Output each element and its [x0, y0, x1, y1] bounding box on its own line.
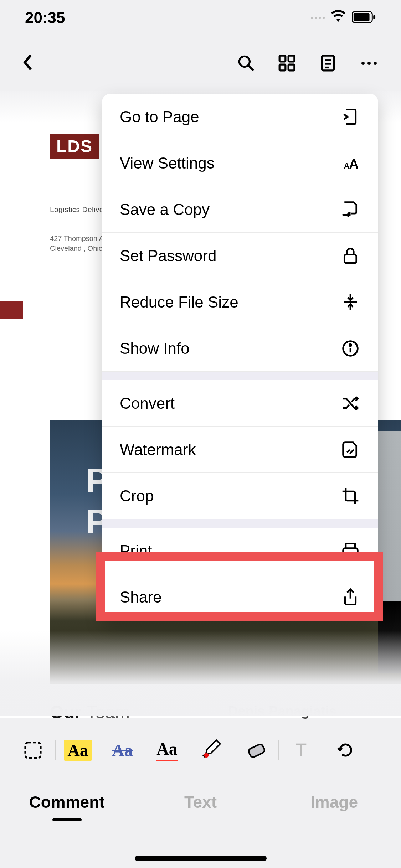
svg-line-23: [350, 450, 354, 454]
wifi-icon: [331, 10, 345, 26]
menu-crop[interactable]: Crop: [102, 473, 378, 519]
pen-tool[interactable]: [189, 734, 234, 766]
menu-separator: [102, 372, 378, 380]
dropdown-menu: Go to Page View Settings AA Save a Copy …: [102, 94, 378, 620]
svg-rect-1: [354, 13, 370, 21]
compress-icon: [340, 292, 360, 312]
strikethrough-tool[interactable]: Aa: [100, 734, 145, 766]
svg-point-20: [349, 344, 351, 346]
undo-button[interactable]: [323, 734, 368, 766]
bottom-tabs: Comment Text Image: [0, 777, 401, 827]
page-view-button[interactable]: [317, 52, 339, 74]
svg-line-4: [248, 65, 253, 71]
tab-image[interactable]: Image: [267, 792, 401, 812]
svg-rect-24: [343, 548, 358, 555]
underline-tool[interactable]: Aa: [145, 734, 189, 766]
search-button[interactable]: [235, 52, 257, 74]
svg-text:A: A: [344, 161, 349, 170]
info-icon: [340, 339, 360, 358]
svg-rect-15: [344, 254, 356, 263]
nav-bar: [0, 36, 401, 91]
doc-accent-bar: [0, 301, 23, 319]
eraser-tool[interactable]: [234, 734, 278, 766]
svg-rect-29: [248, 743, 266, 758]
menu-go-to-page[interactable]: Go to Page: [102, 94, 378, 140]
signal-dots-icon: [311, 17, 325, 19]
svg-text:A: A: [349, 156, 359, 171]
menu-separator: [102, 519, 378, 528]
svg-rect-6: [288, 56, 294, 62]
highlight-tool[interactable]: Aa: [56, 734, 100, 766]
menu-watermark[interactable]: Watermark: [102, 427, 378, 473]
more-button[interactable]: [358, 52, 380, 74]
battery-icon: [352, 11, 376, 25]
logo-badge: LDS: [50, 134, 99, 159]
share-icon: [340, 587, 360, 607]
menu-show-info[interactable]: Show Info: [102, 325, 378, 372]
our-team-heading: Our Team: [50, 702, 130, 723]
menu-share[interactable]: Share: [102, 574, 378, 620]
status-bar: 20:35: [0, 0, 401, 36]
thumbnails-button[interactable]: [276, 52, 298, 74]
text-tool[interactable]: [279, 734, 323, 766]
back-button[interactable]: [21, 53, 34, 73]
svg-rect-2: [373, 15, 375, 19]
status-time: 20:35: [25, 9, 65, 27]
text-size-icon: AA: [340, 153, 360, 173]
shuffle-icon: [340, 393, 360, 413]
svg-rect-27: [25, 742, 41, 758]
status-icons: [311, 10, 376, 26]
menu-print[interactable]: Print: [102, 528, 378, 574]
save-export-icon: [340, 200, 360, 219]
tab-text[interactable]: Text: [134, 792, 267, 812]
svg-line-22: [347, 450, 350, 452]
team-member-name: Denis Panagiatis: [228, 704, 336, 719]
crop-icon: [340, 486, 360, 506]
lock-icon: [340, 246, 360, 266]
menu-reduce-size[interactable]: Reduce File Size: [102, 279, 378, 325]
svg-rect-7: [279, 64, 286, 71]
tab-comment[interactable]: Comment: [0, 792, 134, 812]
svg-point-3: [239, 56, 250, 67]
svg-rect-5: [279, 56, 286, 62]
watermark-icon: [340, 440, 360, 460]
svg-point-28: [204, 753, 209, 758]
menu-view-settings[interactable]: View Settings AA: [102, 140, 378, 186]
annotation-toolbar: Aa Aa Aa: [0, 727, 401, 773]
truck-image: [378, 431, 401, 673]
print-icon: [340, 541, 360, 561]
svg-rect-8: [288, 64, 294, 71]
menu-set-password[interactable]: Set Password: [102, 233, 378, 279]
goto-page-icon: [340, 107, 360, 127]
selection-tool[interactable]: [11, 734, 55, 766]
home-indicator[interactable]: [135, 856, 267, 861]
menu-save-copy[interactable]: Save a Copy: [102, 186, 378, 233]
menu-convert[interactable]: Convert: [102, 380, 378, 427]
